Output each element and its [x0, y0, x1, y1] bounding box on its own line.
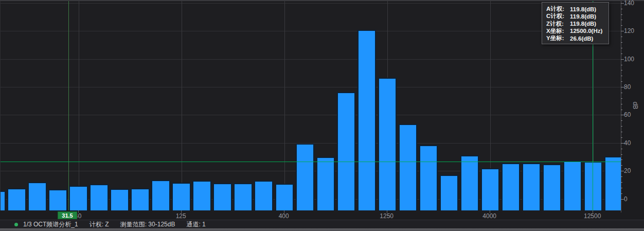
- bar-16Hz[interactable]: [0, 191, 6, 210]
- y-minor-tick: [621, 188, 622, 188]
- y-tick-label-60: 60: [624, 111, 641, 118]
- bar-50Hz[interactable]: [90, 184, 109, 210]
- y-minor-tick: [621, 14, 622, 15]
- h-gridline-60dB: [1, 115, 621, 115]
- bar-25Hz[interactable]: [28, 182, 47, 210]
- y-minor-tick: [621, 93, 622, 93]
- y-minor-tick: [621, 120, 622, 121]
- tooltip-row-3: X坐标:12500.0(Hz): [546, 27, 604, 34]
- bar-400Hz[interactable]: [275, 184, 294, 210]
- y-minor-tick: [621, 81, 622, 82]
- tooltip-row-label: X坐标:: [546, 27, 570, 35]
- tooltip-row-value: 119.8(dB): [570, 6, 604, 12]
- y-minor-tick: [621, 165, 622, 166]
- y-minor-tick: [621, 154, 622, 155]
- y-minor-tick: [621, 37, 622, 37]
- cursor-tooltip: A计权:119.8(dB)C计权:119.8(dB)Z计权:119.8(dB)X…: [542, 2, 609, 44]
- y-minor-tick: [621, 126, 622, 127]
- y-minor-tick: [621, 182, 622, 183]
- tooltip-row-value: 119.8(dB): [570, 21, 604, 27]
- bar-8000Hz[interactable]: [543, 164, 562, 210]
- tooltip-row-value: 26.6(dB): [570, 35, 604, 42]
- y-minor-tick: [621, 176, 622, 177]
- bar-315Hz[interactable]: [254, 181, 273, 210]
- y-minor-tick: [621, 98, 622, 99]
- y-minor-tick: [621, 25, 622, 26]
- range-label: 测量范围: 30-125dB: [120, 220, 175, 229]
- bar-63Hz[interactable]: [110, 189, 129, 210]
- measurement-name[interactable]: 1/3 OCT频谱分析_1: [23, 220, 78, 229]
- y-minor-tick: [621, 42, 622, 43]
- bar-20Hz[interactable]: [7, 188, 26, 210]
- bar-80Hz[interactable]: [131, 188, 150, 210]
- bar-4000Hz[interactable]: [481, 168, 500, 210]
- y-minor-tick: [621, 137, 622, 138]
- bar-40Hz[interactable]: [69, 186, 88, 210]
- y-minor-tick: [621, 193, 622, 194]
- v-gridline-125Hz: [182, 1, 182, 210]
- y-axis-line: [621, 1, 621, 212]
- tooltip-row-value: 12500.0(Hz): [570, 28, 604, 34]
- y-minor-tick: [621, 20, 622, 20]
- y-minor-tick: [621, 76, 622, 76]
- bottom-scrollbar[interactable]: [0, 228, 644, 231]
- y-minor-tick: [621, 149, 622, 149]
- bar-16000Hz[interactable]: [604, 156, 621, 210]
- x-tick-label-1250Hz: 1250: [380, 212, 393, 220]
- bar-1250Hz[interactable]: [378, 78, 397, 210]
- x-tick-label-4000Hz: 4000: [482, 212, 496, 220]
- bar-1600Hz[interactable]: [399, 124, 418, 210]
- bar-2500Hz[interactable]: [440, 175, 459, 210]
- cursor-line-31_5hz[interactable]: [68, 1, 69, 210]
- tooltip-row-label: A计权:: [546, 5, 570, 13]
- tooltip-row-1: C计权:119.8(dB): [546, 12, 604, 20]
- y-minor-tick: [621, 54, 622, 54]
- y-minor-tick: [621, 65, 622, 65]
- y-tick-label-80: 80: [624, 83, 641, 91]
- weighting-label: 计权: Z: [90, 220, 109, 229]
- h-gridline-140dB: [1, 3, 621, 4]
- tooltip-row-0: A计权:119.8(dB): [546, 5, 604, 12]
- bar-200Hz[interactable]: [213, 183, 232, 210]
- bar-800Hz[interactable]: [337, 92, 356, 210]
- bar-125Hz[interactable]: [172, 183, 191, 210]
- channel-status-dot: [14, 223, 18, 226]
- spectrum-plot-area[interactable]: [0, 1, 621, 210]
- crosshair-horizontal-line[interactable]: [1, 162, 621, 162]
- bar-6300Hz[interactable]: [522, 163, 541, 210]
- bar-1000Hz[interactable]: [357, 30, 377, 211]
- h-gridline-120dB: [1, 31, 621, 31]
- y-minor-tick: [621, 104, 622, 104]
- x-tick-label-125Hz: 125: [176, 212, 186, 220]
- tooltip-row-2: Z计权:119.8(dB): [546, 20, 604, 27]
- bar-3150Hz[interactable]: [460, 155, 479, 210]
- v-gridline-400Hz: [284, 1, 285, 210]
- y-tick-label-20: 20: [624, 167, 641, 174]
- h-gridline-80dB: [1, 87, 621, 87]
- bar-31.5Hz[interactable]: [48, 189, 67, 210]
- y-tick-label-0: 0: [624, 196, 641, 203]
- bar-250Hz[interactable]: [234, 183, 253, 210]
- y-minor-tick: [621, 110, 622, 110]
- x-tick-label-12500Hz: 12500: [584, 212, 601, 220]
- y-minor-tick: [621, 48, 622, 48]
- bar-500Hz[interactable]: [296, 144, 315, 210]
- y-axis-unit-label: dB: [632, 102, 639, 110]
- tooltip-row-label: C计权:: [546, 12, 570, 20]
- status-bar: 1/3 OCT频谱分析_1 计权: Z 测量范围: 30-125dB 通道: 1: [0, 220, 644, 228]
- x-tick-label-400Hz: 400: [279, 212, 289, 220]
- y-minor-tick: [621, 159, 622, 160]
- bar-630Hz[interactable]: [316, 157, 335, 211]
- y-tick-label-100: 100: [624, 56, 641, 63]
- bar-100Hz[interactable]: [151, 180, 170, 210]
- y-minor-tick: [621, 9, 622, 9]
- bar-160Hz[interactable]: [192, 181, 211, 210]
- analyzer-window: 020406080100120140 dB 401254001250400012…: [0, 0, 644, 231]
- cursor-frequency-badge[interactable]: 31.5: [58, 211, 77, 219]
- y-tick-label-40: 40: [624, 139, 641, 147]
- y-tick-label-140: 140: [624, 0, 641, 7]
- tooltip-row-label: Z计权:: [546, 20, 570, 28]
- bar-10000Hz[interactable]: [563, 161, 582, 210]
- bar-2000Hz[interactable]: [419, 145, 438, 210]
- bar-5000Hz[interactable]: [502, 163, 521, 210]
